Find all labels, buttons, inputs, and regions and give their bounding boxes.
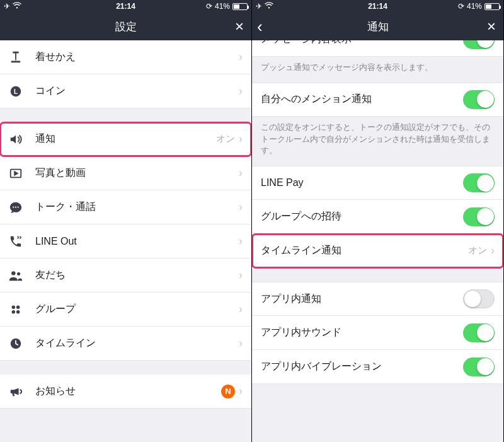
row-notif[interactable]: 通知オン› xyxy=(0,122,251,156)
row-value: オン xyxy=(468,245,487,257)
svg-point-10 xyxy=(16,305,20,309)
close-button[interactable]: × xyxy=(235,18,244,35)
row-label: 通知 xyxy=(35,132,216,146)
row-coin[interactable]: Lコイン› xyxy=(0,74,251,108)
toggle-line-pay[interactable] xyxy=(463,173,495,192)
notifications-screen: ✈ 21:14 ⟳ 41% ‹ 通知 × メッセージ内容表示 プッシ xyxy=(252,0,504,442)
svg-point-9 xyxy=(12,305,15,309)
chevron-right-icon: › xyxy=(239,337,243,350)
chevron-right-icon: › xyxy=(491,244,495,257)
toggle-inapp-vibration[interactable] xyxy=(463,358,495,376)
battery-percent: 41% xyxy=(467,2,482,11)
row-label: メッセージ内容表示 xyxy=(261,40,463,46)
notifications-list: メッセージ内容表示 プッシュ通知でメッセージ内容を表示します。 自分へのメンショ… xyxy=(252,40,503,442)
navbar: 設定 × xyxy=(0,13,251,40)
playbox-icon xyxy=(9,166,35,180)
desc-mention-notif: この設定をオンにすると、トークの通知設定がオフでも、そのトークルーム内で自分がメ… xyxy=(252,117,503,166)
desc-message-preview: プッシュ通知でメッセージ内容を表示します。 xyxy=(252,57,503,83)
navbar: ‹ 通知 × xyxy=(252,13,503,40)
row-label: グループ xyxy=(35,303,239,316)
megaphone-icon xyxy=(9,385,35,398)
wifi-icon xyxy=(265,2,273,11)
row-label: アプリ内通知 xyxy=(261,293,463,306)
header: ✈ 21:14 ⟳ 41% 設定 × xyxy=(0,0,251,40)
clock: 21:14 xyxy=(368,2,387,11)
phone-icon xyxy=(9,235,35,248)
row-label: 自分へのメンション通知 xyxy=(261,93,463,106)
row-photo[interactable]: 写真と動画› xyxy=(0,156,251,190)
chevron-right-icon: › xyxy=(239,269,243,282)
row-label: LINE Out xyxy=(35,236,239,247)
svg-rect-0 xyxy=(11,61,21,62)
page-title: 通知 xyxy=(367,20,389,34)
brush-icon xyxy=(9,50,35,64)
people-icon xyxy=(9,269,35,282)
back-button[interactable]: ‹ xyxy=(257,17,263,37)
toggle-message-preview[interactable] xyxy=(463,40,495,49)
row-inapp-vibration[interactable]: アプリ内バイブレーション xyxy=(252,350,503,384)
row-label: タイムライン xyxy=(35,337,239,350)
battery-icon xyxy=(232,3,248,10)
settings-screen: ✈ 21:14 ⟳ 41% 設定 × 着せかえ›Lコイン› 通知オン›写真と動画… xyxy=(0,0,252,442)
wifi-icon xyxy=(13,2,21,11)
row-timeline-notif[interactable]: タイムライン通知 オン › xyxy=(252,234,503,268)
row-inapp-notif[interactable]: アプリ内通知 xyxy=(252,282,503,316)
row-message-preview[interactable]: メッセージ内容表示 xyxy=(252,40,503,57)
chevron-right-icon: › xyxy=(239,84,243,98)
chevron-right-icon: › xyxy=(239,50,243,64)
row-label: タイムライン通知 xyxy=(261,244,468,257)
row-label: アプリ内バイブレーション xyxy=(261,360,463,373)
settings-list: 着せかえ›Lコイン› 通知オン›写真と動画›トーク・通話›LINE Out›友だ… xyxy=(0,40,251,442)
row-label: アプリ内サウンド xyxy=(261,326,463,339)
row-label: 友だち xyxy=(35,269,239,282)
row-group[interactable]: グループ› xyxy=(0,293,251,327)
row-lineout[interactable]: LINE Out› xyxy=(0,224,251,259)
rotation-lock-icon: ⟳ xyxy=(458,2,464,11)
battery-percent: 41% xyxy=(215,2,230,11)
chevron-right-icon: › xyxy=(239,166,243,180)
header: ✈ 21:14 ⟳ 41% ‹ 通知 × xyxy=(252,0,503,40)
chevron-right-icon: › xyxy=(239,201,243,214)
battery-icon xyxy=(484,3,500,10)
svg-point-4 xyxy=(13,206,14,207)
close-button[interactable]: × xyxy=(487,18,496,35)
row-value: オン xyxy=(216,133,235,145)
svg-point-8 xyxy=(17,272,20,275)
row-friends[interactable]: 友だち› xyxy=(0,259,251,293)
svg-point-7 xyxy=(11,271,15,275)
toggle-inapp-notif[interactable] xyxy=(463,289,495,308)
toggle-group-invite[interactable] xyxy=(463,207,495,226)
badge: N xyxy=(221,385,235,398)
row-label: 写真と動画 xyxy=(35,166,239,180)
row-talk[interactable]: トーク・通話› xyxy=(0,190,251,224)
row-group-invite[interactable]: グループへの招待 xyxy=(252,200,503,234)
airplane-icon: ✈ xyxy=(4,2,10,11)
row-label: LINE Pay xyxy=(261,177,463,189)
chevron-right-icon: › xyxy=(239,303,243,316)
row-theme[interactable]: 着せかえ› xyxy=(0,40,251,74)
chevron-right-icon: › xyxy=(239,385,243,398)
toggle-mention-notif[interactable] xyxy=(463,90,495,109)
row-label: お知らせ xyxy=(35,385,221,398)
speaker-icon xyxy=(9,132,35,146)
toggle-inapp-sound[interactable] xyxy=(463,323,495,342)
coin-icon: L xyxy=(9,84,35,98)
airplane-icon: ✈ xyxy=(256,2,262,11)
svg-point-5 xyxy=(15,206,16,207)
svg-point-6 xyxy=(18,206,19,207)
dots4-icon xyxy=(9,303,35,317)
rotation-lock-icon: ⟳ xyxy=(206,2,212,11)
clock-icon xyxy=(9,337,35,351)
row-label: グループへの招待 xyxy=(261,210,463,223)
row-mention-notif[interactable]: 自分へのメンション通知 xyxy=(252,83,503,117)
svg-point-11 xyxy=(12,310,15,313)
status-bar: ✈ 21:14 ⟳ 41% xyxy=(0,0,251,13)
row-timeline[interactable]: タイムライン› xyxy=(0,327,251,361)
chat-icon xyxy=(9,201,35,214)
chevron-right-icon: › xyxy=(239,132,243,146)
row-news[interactable]: お知らせN› xyxy=(0,375,251,409)
row-inapp-sound[interactable]: アプリ内サウンド xyxy=(252,316,503,350)
row-label: トーク・通話 xyxy=(35,201,239,214)
row-line-pay[interactable]: LINE Pay xyxy=(252,166,503,200)
status-bar: ✈ 21:14 ⟳ 41% xyxy=(252,0,503,13)
